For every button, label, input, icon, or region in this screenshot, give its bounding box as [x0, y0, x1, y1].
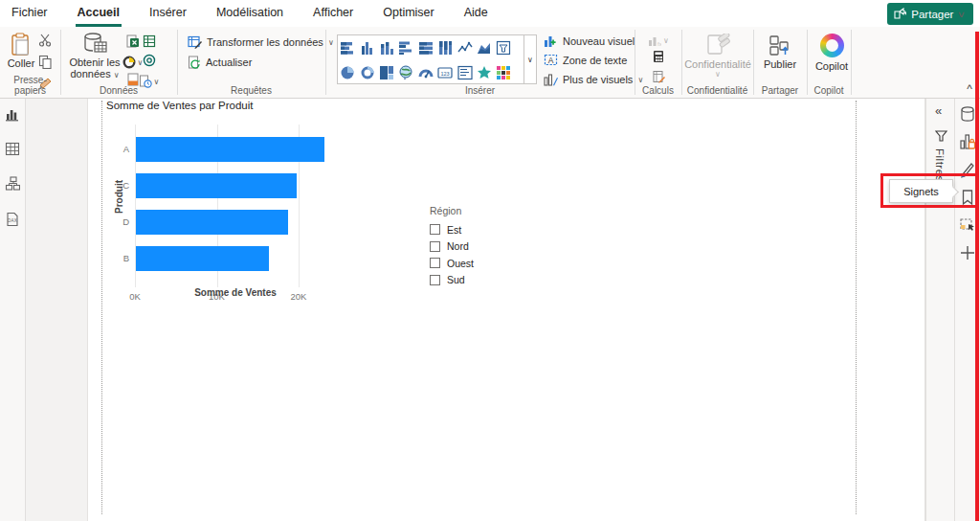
gallery-expand-button[interactable]: ∨ — [524, 34, 537, 84]
share-button[interactable]: Partager ∨ — [887, 3, 973, 25]
group-label-insert: Insérer — [325, 85, 635, 96]
chevron-down-icon: ∨ — [328, 38, 334, 47]
ribbon-tabs: Fichier Accueil Insérer Modélisation Aff… — [10, 0, 516, 27]
ribbon: Coller Presse-papiers Obtenir l — [0, 27, 980, 99]
excel-workbook-icon[interactable] — [126, 34, 140, 52]
dataverse-table-icon[interactable] — [143, 34, 156, 52]
chart-bar-a[interactable] — [136, 137, 324, 162]
checkbox[interactable] — [430, 258, 440, 268]
map-icon[interactable] — [398, 65, 413, 80]
multirow-card-icon[interactable] — [457, 65, 473, 80]
card-icon[interactable]: 123 — [437, 65, 453, 80]
menu-bar: Fichier Accueil Insérer Modélisation Aff… — [0, 0, 980, 27]
table-view-icon[interactable] — [5, 142, 20, 160]
sensitivity-button: Confidentialité ∨ — [685, 34, 750, 79]
filters-pane-collapsed: « Filtres — [925, 99, 954, 521]
dax-query-view-icon[interactable]: DAX — [5, 212, 20, 231]
slicer-option-est[interactable]: Est — [430, 221, 545, 238]
workspace: DAX Somme de Ventes par Produit Produit … — [0, 99, 980, 521]
tab-accueil[interactable]: Accueil — [76, 0, 122, 27]
slicer-option-nord[interactable]: Nord — [430, 238, 545, 256]
stacked-column-chart-icon[interactable] — [379, 40, 394, 56]
line-chart-icon[interactable] — [457, 40, 473, 56]
checkbox[interactable] — [430, 224, 440, 235]
tab-afficher[interactable]: Afficher — [311, 0, 355, 27]
refresh-button[interactable]: Actualiser — [188, 56, 252, 69]
more-visuals-label: Plus de visuels — [563, 74, 633, 85]
region-slicer[interactable]: Région Est Nord Ouest Sud — [430, 205, 545, 288]
clipboard-icon — [11, 33, 32, 57]
checkbox[interactable] — [430, 241, 440, 252]
more-visuals-button[interactable]: Plus de visuels ∨ — [544, 73, 643, 86]
selection-icon[interactable] — [959, 215, 977, 234]
annotation-highlight-line — [975, 32, 979, 521]
group-label-copilot: Copilot — [807, 85, 851, 96]
clustered-bar-chart-icon[interactable] — [398, 40, 413, 56]
qna-visual-icon[interactable] — [477, 65, 492, 80]
stacked-bar-chart-icon[interactable] — [340, 40, 355, 56]
quick-measure-icon[interactable] — [652, 50, 665, 67]
add-page-icon[interactable] — [959, 243, 977, 261]
publish-label: Publier — [764, 58, 796, 70]
donut-chart-icon[interactable] — [360, 65, 375, 80]
tab-aide[interactable]: Aide — [462, 0, 490, 27]
tab-optimiser[interactable]: Optimiser — [381, 0, 435, 27]
refresh-label: Actualiser — [206, 57, 252, 68]
report-view-icon[interactable] — [5, 107, 20, 125]
100-stacked-column-chart-icon[interactable] — [437, 40, 453, 56]
clustered-column-chart-icon[interactable] — [360, 40, 375, 56]
svg-text:fx: fx — [657, 41, 661, 47]
powerbi-desktop-window: Fichier Accueil Insérer Modélisation Aff… — [0, 0, 980, 521]
slicer-option-label: Nord — [447, 240, 469, 252]
get-data-button[interactable]: Obtenir les données ∨ — [65, 32, 124, 79]
data-icon[interactable] — [959, 104, 977, 123]
area-chart-icon[interactable] — [477, 40, 492, 56]
page-guide-right — [856, 101, 857, 514]
database-icon — [82, 32, 108, 57]
dataverse-icon[interactable] — [143, 54, 156, 71]
filter-funnel-icon — [935, 130, 947, 142]
paste-button[interactable]: Coller — [6, 33, 36, 69]
share-button-label: Partager — [911, 9, 953, 20]
dax-label: DAX — [8, 218, 17, 223]
bar-chart-visual[interactable]: Somme de Ventes par Produit Produit 0K10… — [106, 100, 427, 318]
100-stacked-bar-chart-icon[interactable] — [418, 40, 434, 56]
chart-category-label: D — [110, 216, 129, 227]
chart-x-axis-label: Somme de Ventes — [135, 287, 336, 298]
checkbox[interactable] — [430, 275, 440, 285]
group-label-sensitivity: Confidentialité — [681, 85, 753, 96]
svg-text:A: A — [548, 56, 554, 65]
sensitivity-icon — [704, 34, 731, 58]
script-visual-icon[interactable] — [496, 65, 511, 80]
copy-icon[interactable] — [38, 55, 53, 73]
transform-data-button[interactable]: Transformer les données ∨ — [188, 35, 334, 49]
visual-gallery: 123 — [337, 34, 524, 84]
report-canvas[interactable]: Somme de Ventes par Produit Produit 0K10… — [87, 99, 925, 521]
publish-button[interactable]: Publier — [758, 34, 802, 70]
semantic-models-icon[interactable]: ∨ — [122, 56, 144, 69]
cut-icon[interactable] — [38, 33, 53, 51]
tab-inserer[interactable]: Insérer — [147, 0, 189, 27]
text-box-button[interactable]: A Zone de texte — [544, 54, 627, 66]
group-label-calculations: Calculs — [635, 85, 681, 96]
chart-plot: 0K10K20KACDB — [135, 125, 336, 287]
chevron-down-icon: ∨ — [527, 56, 533, 64]
tab-fichier[interactable]: Fichier — [10, 0, 50, 27]
chart-bar-c[interactable] — [136, 173, 297, 198]
chart-bar-b[interactable] — [136, 246, 269, 271]
model-view-icon[interactable] — [5, 176, 20, 195]
treemap-icon[interactable] — [379, 65, 394, 80]
slicer-option-ouest[interactable]: Ouest — [430, 255, 545, 272]
slicer-option-sud[interactable]: Sud — [430, 272, 545, 289]
new-visual-button[interactable]: Nouveau visuel — [544, 34, 635, 48]
text-box-label: Zone de texte — [563, 55, 627, 66]
gauge-icon[interactable] — [418, 65, 434, 80]
tab-modelisation[interactable]: Modélisation — [214, 0, 285, 27]
pie-chart-icon[interactable] — [340, 65, 355, 80]
slicer-icon[interactable] — [496, 40, 511, 56]
chart-bar-d[interactable] — [136, 210, 288, 235]
build-visual-icon[interactable] — [959, 132, 977, 150]
expand-filters-icon[interactable]: « — [935, 103, 942, 118]
collapse-ribbon-icon[interactable]: ^ — [967, 82, 972, 96]
copilot-button[interactable]: Copilot — [813, 34, 851, 72]
